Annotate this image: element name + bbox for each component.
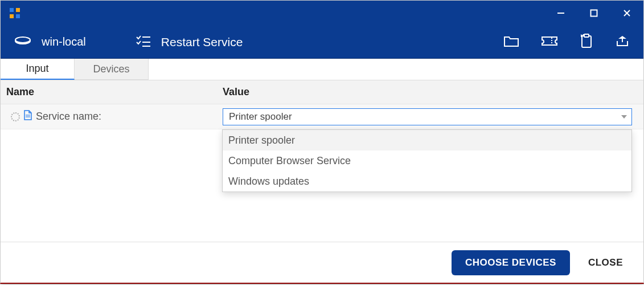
close-dialog-button[interactable]: CLOSE [588,257,623,268]
col-header-value: Value [223,86,638,98]
col-header-name: Name [6,86,223,98]
device-name: win-local [42,35,86,48]
svg-point-9 [15,37,30,43]
share-icon[interactable] [615,34,630,50]
param-name-cell: Service name: [6,110,223,123]
app-logo-icon [9,7,21,19]
grid-header: Name Value [1,80,643,104]
combobox-value: Printer spooler [229,111,292,123]
window-controls [544,1,643,26]
dropdown-list: Printer spooler Computer Browser Service… [222,129,632,192]
device-icon [14,35,31,49]
svg-rect-1 [16,8,20,12]
tab-label: Devices [93,63,129,75]
checklist-icon [136,35,151,50]
footer: CHOOSE DEVICES CLOSE [1,242,643,283]
svg-rect-2 [10,14,14,18]
svg-rect-0 [10,8,14,12]
action-title: Restart Service [161,35,243,49]
param-status-icon [11,112,20,121]
dropdown-option[interactable]: Windows updates [223,171,631,192]
minimize-button[interactable] [544,1,577,26]
param-label: Service name: [36,111,101,123]
titlebar [1,1,643,26]
param-value-cell: Printer spooler [223,108,638,125]
tab-devices[interactable]: Devices [75,59,149,80]
grid-row: Service name: Printer spooler [1,104,643,129]
folder-icon[interactable] [503,35,519,50]
maximize-button[interactable] [577,1,610,26]
dropdown-option[interactable]: Computer Browser Service [223,150,631,171]
choose-devices-button[interactable]: CHOOSE DEVICES [452,250,570,275]
tabstrip: Input Devices [1,59,643,80]
file-icon [23,110,32,123]
tab-label: Input [26,63,48,75]
svg-rect-5 [591,10,597,17]
ticket-icon[interactable] [541,35,558,49]
svg-rect-15 [584,34,589,37]
chevron-down-icon [621,115,627,119]
app-window: win-local Restart Service [0,0,644,284]
dropdown-option[interactable]: Printer spooler [223,130,631,150]
tab-input[interactable]: Input [1,59,75,80]
content-area: Name Value Service name: Printer spooler… [1,80,643,242]
toolbar: win-local Restart Service [1,26,643,59]
svg-rect-3 [16,14,20,18]
clipboard-icon[interactable] [580,34,593,51]
service-combobox[interactable]: Printer spooler [223,108,632,125]
close-button[interactable] [610,1,643,26]
